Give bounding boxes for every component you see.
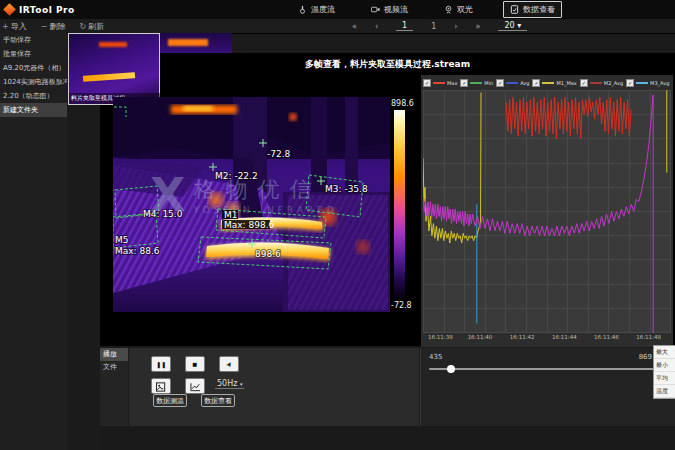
menu-item[interactable]: 平均	[654, 372, 675, 385]
export-image-button[interactable]	[151, 378, 171, 394]
pause-button[interactable]: ❚❚	[151, 356, 171, 372]
chevron-down-icon: ▾	[517, 21, 521, 30]
legend-checkbox[interactable]	[496, 79, 504, 87]
legend-checkbox[interactable]	[423, 79, 431, 87]
mode-data-view[interactable]: 数据查看	[503, 1, 562, 18]
data-measure-button[interactable]: 数据测温	[153, 394, 187, 407]
refresh-label: 刷新	[88, 21, 104, 32]
title-bar: IRTool Pro 温度流 视频流 双光 数据查看	[0, 0, 675, 19]
legend-checkbox[interactable]	[626, 79, 634, 87]
legend-color-line	[542, 82, 554, 84]
export-image-icon	[156, 382, 167, 392]
sidebar-item[interactable]: A9.20元器件（相）	[0, 61, 67, 75]
last-page-button[interactable]: »	[476, 22, 481, 31]
refresh-button[interactable]: ↻ 刷新	[79, 21, 104, 32]
spot-bottom-cross-icon[interactable]	[248, 240, 256, 248]
prev-page-button[interactable]: ‹	[375, 22, 378, 31]
legend-checkbox[interactable]	[532, 79, 540, 87]
page-input[interactable]: 1	[396, 21, 413, 31]
legend-checkbox[interactable]	[580, 79, 588, 87]
menu-item[interactable]: 温度	[654, 385, 675, 398]
rate-dropdown[interactable]: 50Hz ▾	[215, 379, 244, 389]
chart-x-axis: 16:11:38 16:11:40 16:11:42 16:11:44 16:1…	[423, 334, 671, 344]
trend-chart-button[interactable]	[185, 378, 205, 394]
chart-plot-area[interactable]	[423, 90, 671, 333]
thermal-image[interactable]: -72.8 M2: -22.2 M3: -35.8 M4: 15.0 M5 Ma…	[113, 97, 390, 312]
sidebar-item[interactable]: 2.20（动态图）	[0, 89, 67, 103]
m5-name-label: M5	[115, 235, 129, 245]
bottom-bar: 播放 文件 ❚❚ ■ ➤ 50Hz ▾ 数据测温 数据查看 435 869	[100, 345, 675, 450]
tab-file[interactable]: 文件	[100, 361, 128, 374]
series-option-menu: 最大 最小 平均 温度	[653, 345, 675, 399]
x-tick-label: 16:11:38	[428, 334, 453, 340]
mode-label: 数据查看	[523, 4, 555, 15]
spot-top-cross-icon[interactable]	[259, 139, 267, 147]
refresh-icon: ↻	[79, 22, 86, 31]
viewer-title: 多帧查看，料片夹取至模具过程.stream	[100, 56, 675, 72]
mode-video-stream[interactable]: 视频流	[365, 2, 414, 17]
import-button[interactable]: + 导入	[2, 21, 27, 32]
m1-name-label: M1	[224, 210, 238, 220]
menu-item[interactable]: 最小	[654, 359, 675, 372]
m2-cross-icon[interactable]	[209, 163, 217, 171]
m3-cross-icon[interactable]	[317, 177, 325, 185]
mode-dual-light[interactable]: 双光	[438, 2, 479, 17]
select-cursor-button[interactable]: ➤	[219, 356, 239, 372]
colorbar	[394, 110, 405, 298]
thumbnail-hot-area	[83, 72, 135, 82]
document-icon	[510, 5, 519, 14]
series-Max	[506, 97, 631, 138]
webcam-icon	[444, 5, 453, 14]
thumbnail-hot-area	[99, 42, 127, 47]
delete-button[interactable]: − 删除	[41, 21, 66, 32]
first-page-button[interactable]: «	[352, 22, 357, 31]
legend-entry[interactable]: M2_Avg	[580, 79, 623, 87]
playback-controls: ❚❚ ■ ➤ 50Hz ▾ 数据测温 数据查看	[129, 348, 419, 426]
frame-slider[interactable]	[429, 368, 654, 370]
mode-temperature-stream[interactable]: 温度流	[292, 2, 341, 17]
legend-color-line	[636, 82, 648, 84]
legend-entry[interactable]: M3_Avg	[626, 79, 669, 87]
import-label: 导入	[11, 21, 27, 32]
import-icon: +	[2, 22, 9, 31]
legend-entry[interactable]: M1_Max	[532, 79, 576, 87]
page-size-select[interactable]: 20 ▾	[498, 21, 527, 31]
frame-slider-zone: 435 869	[420, 348, 675, 426]
slider-handle[interactable]	[447, 365, 455, 373]
annotation-overlay: -72.8 M2: -22.2 M3: -35.8 M4: 15.0 M5 Ma…	[113, 97, 390, 312]
mode-label: 视频流	[384, 4, 408, 15]
app-window: IRTool Pro 温度流 视频流 双光 数据查看 + 导入	[0, 0, 675, 450]
x-tick-label: 16:11:40	[468, 334, 493, 340]
m2-label: M2: -22.2	[215, 171, 258, 181]
tab-playback[interactable]: 播放	[100, 348, 128, 361]
legend-entry[interactable]: Min	[460, 79, 493, 87]
video-camera-icon	[371, 5, 380, 14]
thermometer-icon	[298, 5, 307, 14]
sidebar-item[interactable]: 1024实测电路板脉冲实验	[0, 75, 67, 89]
chart-series	[423, 90, 671, 333]
legend-entry[interactable]: Avg	[496, 79, 529, 87]
slider-max-label: 869	[639, 353, 652, 361]
sidebar-item[interactable]: 手动保存	[0, 33, 67, 47]
x-tick-label: 16:11:42	[510, 334, 535, 340]
sidebar-item-selected[interactable]: 新建文件夹	[0, 103, 67, 117]
slider-min-label: 435	[429, 353, 442, 361]
sidebar-item[interactable]: 批量保存	[0, 47, 67, 61]
pause-icon: ❚❚	[156, 362, 166, 368]
thumbnail-1-selected[interactable]: 料片夹取至模具过程	[68, 33, 160, 105]
corner-marker	[114, 107, 126, 117]
legend-entry[interactable]: Max	[423, 79, 457, 87]
legend-checkbox[interactable]	[460, 79, 468, 87]
legend-color-line	[433, 82, 445, 84]
pagination: « ‹ 1 1 › » 20 ▾	[352, 19, 527, 33]
chevron-down-icon: ▾	[240, 381, 243, 387]
m3-region-box[interactable]	[306, 175, 363, 217]
spot-bottom-label: 898.6	[255, 249, 281, 259]
data-view-button[interactable]: 数据查看	[201, 394, 235, 407]
next-page-button[interactable]: ›	[454, 22, 457, 31]
stop-button[interactable]: ■	[185, 356, 205, 372]
menu-item[interactable]: 最大	[654, 346, 675, 359]
mode-label: 双光	[457, 4, 473, 15]
thumbnail-hot-area	[168, 39, 208, 46]
x-tick-label: 16:11:46	[594, 334, 619, 340]
